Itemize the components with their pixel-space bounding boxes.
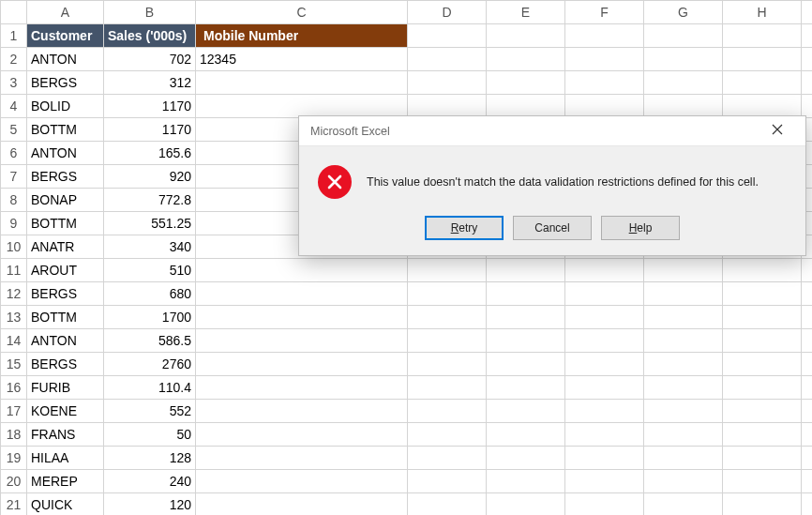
cell[interactable]: [644, 423, 723, 447]
cell[interactable]: [408, 259, 487, 282]
cell[interactable]: BONAP: [27, 189, 104, 212]
cell[interactable]: [408, 306, 487, 329]
cell[interactable]: [196, 71, 408, 95]
cell[interactable]: FURIB: [27, 376, 104, 400]
cell[interactable]: [644, 493, 723, 516]
retry-button[interactable]: Retry: [425, 216, 504, 240]
row-header[interactable]: 12: [1, 282, 27, 306]
cell[interactable]: [802, 353, 813, 376]
cell[interactable]: [802, 48, 813, 71]
cell[interactable]: [408, 24, 487, 48]
cell[interactable]: [565, 400, 644, 423]
cell[interactable]: [408, 493, 487, 516]
cell[interactable]: [565, 329, 644, 353]
cell[interactable]: [196, 95, 408, 118]
row-header[interactable]: 4: [1, 95, 27, 118]
cell[interactable]: 50: [104, 423, 196, 447]
cell[interactable]: [802, 259, 813, 282]
cell[interactable]: 586.5: [104, 329, 196, 353]
cell[interactable]: AROUT: [27, 259, 104, 282]
spreadsheet-grid[interactable]: A B C D E F G H 1CustomerSales ('000s)Mo…: [0, 0, 812, 515]
cell[interactable]: [723, 71, 802, 95]
cell[interactable]: [196, 329, 408, 353]
row-header[interactable]: 3: [1, 71, 27, 95]
cell[interactable]: [644, 259, 723, 282]
cell[interactable]: 920: [104, 165, 196, 189]
cell[interactable]: [644, 447, 723, 470]
cell[interactable]: [487, 95, 565, 118]
cell[interactable]: [408, 48, 487, 71]
row-header[interactable]: 17: [1, 400, 27, 423]
cell[interactable]: [644, 470, 723, 493]
cell[interactable]: [644, 329, 723, 353]
row-header[interactable]: 6: [1, 142, 27, 165]
row-header[interactable]: 21: [1, 493, 27, 516]
help-button[interactable]: Help: [601, 216, 680, 240]
cell[interactable]: [487, 400, 565, 423]
cell[interactable]: [644, 95, 723, 118]
cell[interactable]: [644, 282, 723, 306]
cell[interactable]: ANTON: [27, 142, 104, 165]
cell[interactable]: 702: [104, 48, 196, 71]
cell[interactable]: [408, 423, 487, 447]
cell[interactable]: [565, 306, 644, 329]
cell[interactable]: [408, 353, 487, 376]
cell[interactable]: 1700: [104, 306, 196, 329]
cell[interactable]: KOENE: [27, 400, 104, 423]
cell[interactable]: [196, 470, 408, 493]
cell[interactable]: [802, 329, 813, 353]
cell[interactable]: [802, 282, 813, 306]
cell[interactable]: ANTON: [27, 329, 104, 353]
cell[interactable]: [565, 447, 644, 470]
cell[interactable]: [802, 376, 813, 400]
cell[interactable]: [802, 95, 813, 118]
cell[interactable]: [565, 376, 644, 400]
row-header[interactable]: 15: [1, 353, 27, 376]
cell[interactable]: [408, 376, 487, 400]
cell[interactable]: 12345: [196, 48, 408, 71]
cell[interactable]: Customer: [27, 24, 104, 48]
cell[interactable]: 510: [104, 259, 196, 282]
cell[interactable]: 110.4: [104, 376, 196, 400]
row-header[interactable]: 1: [1, 24, 27, 48]
cell[interactable]: [487, 306, 565, 329]
cell[interactable]: [802, 400, 813, 423]
cell[interactable]: [408, 329, 487, 353]
cell[interactable]: [723, 423, 802, 447]
cell[interactable]: ANATR: [27, 235, 104, 259]
cell[interactable]: 680: [104, 282, 196, 306]
cell[interactable]: [487, 259, 565, 282]
cell[interactable]: [723, 24, 802, 48]
cell[interactable]: [196, 376, 408, 400]
cell[interactable]: [723, 259, 802, 282]
cell[interactable]: MEREP: [27, 470, 104, 493]
cell[interactable]: [408, 447, 487, 470]
col-header-E[interactable]: E: [487, 1, 565, 24]
cell[interactable]: [644, 353, 723, 376]
row-header[interactable]: 19: [1, 447, 27, 470]
cell[interactable]: BOLID: [27, 95, 104, 118]
row-header[interactable]: 20: [1, 470, 27, 493]
cell[interactable]: [408, 95, 487, 118]
cell[interactable]: 240: [104, 470, 196, 493]
select-all-corner[interactable]: [1, 1, 27, 24]
cancel-button[interactable]: Cancel: [513, 216, 592, 240]
cell[interactable]: [196, 306, 408, 329]
dialog-titlebar[interactable]: Microsoft Excel: [299, 116, 805, 146]
cell[interactable]: [723, 376, 802, 400]
cell[interactable]: [802, 306, 813, 329]
dialog-close-button[interactable]: [759, 118, 796, 144]
cell[interactable]: [565, 470, 644, 493]
cell[interactable]: [487, 48, 565, 71]
cell[interactable]: [802, 493, 813, 516]
cell[interactable]: [565, 71, 644, 95]
cell[interactable]: BERGS: [27, 282, 104, 306]
cell[interactable]: [408, 470, 487, 493]
cell[interactable]: [723, 329, 802, 353]
cell[interactable]: [644, 400, 723, 423]
cell[interactable]: [644, 306, 723, 329]
cell[interactable]: [802, 423, 813, 447]
row-header[interactable]: 18: [1, 423, 27, 447]
row-header[interactable]: 16: [1, 376, 27, 400]
row-header[interactable]: 8: [1, 189, 27, 212]
